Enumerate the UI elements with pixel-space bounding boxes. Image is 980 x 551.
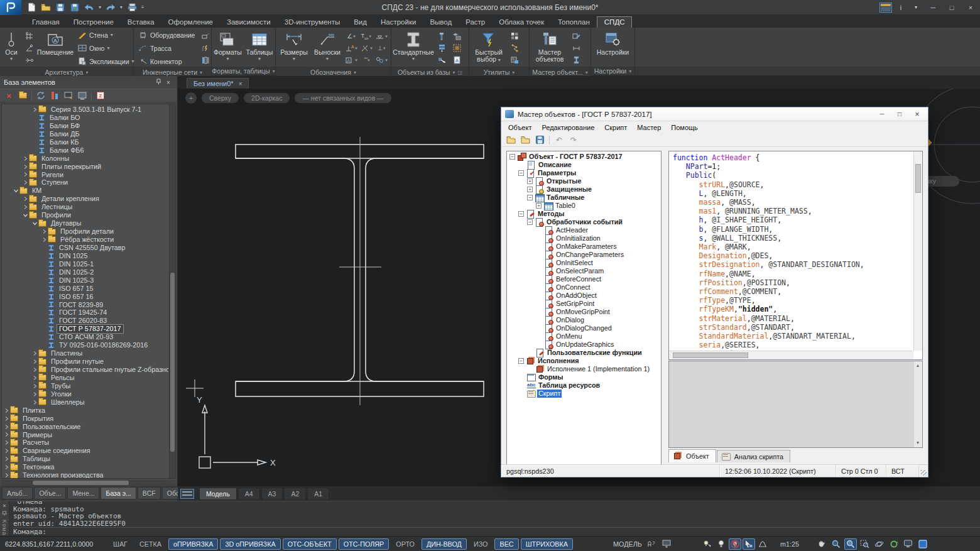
tree-item[interactable]: DIN 1025-1	[2, 260, 168, 268]
redo-icon[interactable]	[104, 2, 117, 13]
command-pin-icon[interactable]	[2, 511, 7, 518]
ribbon-tab-Вывод[interactable]: Вывод	[423, 17, 459, 28]
tree-item[interactable]: Рельсы	[2, 374, 168, 382]
viewport-add-button[interactable]: +	[185, 92, 197, 104]
object-tree-item[interactable]: Описание	[507, 161, 661, 169]
layout-tab-A2[interactable]: A2	[284, 488, 306, 500]
text-dim-icon[interactable]: A▾	[344, 42, 358, 54]
panel-tab-База э...[interactable]: База э...	[101, 487, 136, 499]
tree-item[interactable]: Уголки	[2, 390, 168, 398]
editor-horizontal-scrollbar[interactable]	[669, 351, 913, 359]
expand-icon[interactable]	[31, 400, 38, 405]
titlebar-dropdown-icon[interactable]: ▾	[908, 1, 923, 14]
group-label-annotations[interactable]: Обозначения▾	[276, 68, 391, 76]
app-logo[interactable]	[0, 0, 21, 15]
workspace-icon[interactable]	[879, 3, 892, 13]
pick-object-icon[interactable]	[435, 54, 449, 66]
monitor-icon[interactable]	[902, 538, 915, 550]
toggle-ОТС-ПОЛЯР[interactable]: ОТС-ПОЛЯР	[339, 538, 389, 550]
ribbon-tab-Оформление[interactable]: Оформление	[161, 17, 220, 28]
ribbon-tab-Зависимости[interactable]: Зависимости	[220, 17, 278, 28]
close-button[interactable]: ×	[961, 0, 980, 15]
toggle-ШТРИХОВКА[interactable]: ШТРИХОВКА	[521, 538, 573, 550]
tree-item[interactable]: Профили стальные гнутые Z-образного се	[2, 366, 168, 374]
annotation-scale-icon[interactable]	[645, 538, 658, 550]
object-tree-item[interactable]: OnAddObject	[507, 292, 661, 300]
ribbon-tab-Вид[interactable]: Вид	[347, 17, 374, 28]
room-button[interactable]: A Помещение	[37, 29, 74, 67]
script-editor[interactable]: function ActHeader { NPart=1; Public( st…	[668, 151, 923, 360]
tree-item[interactable]: Швеллеры	[2, 398, 168, 406]
pin-icon[interactable]	[153, 79, 163, 86]
script-code[interactable]: function ActHeader { NPart=1; Public( st…	[669, 151, 913, 351]
object-tree-item[interactable]: −Табличные	[507, 194, 661, 202]
tree-item[interactable]: Балки ФБ6	[2, 146, 168, 155]
object-tree-item[interactable]: OnChangeParameters	[507, 251, 661, 259]
group-label-formats[interactable]: Форматы, таблицы▾	[212, 67, 275, 75]
cut-mark-icon[interactable]: ▾	[359, 42, 373, 54]
delete-element-icon[interactable]: ×	[3, 90, 14, 101]
tree-item[interactable]: ТУ 0925-016-00186269-2016	[2, 341, 168, 349]
tree-item[interactable]: Плиты перекрытий	[2, 163, 168, 171]
dialog-tab-Объект[interactable]: Объект	[668, 449, 716, 462]
object-tree-item[interactable]: OnMakeParameters	[507, 243, 661, 251]
expand-icon[interactable]	[22, 196, 29, 202]
tree-item[interactable]: Трубы	[2, 382, 168, 390]
toggle-СЕТКА[interactable]: СЕТКА	[134, 538, 166, 550]
group-label-base-objects[interactable]: Объекты из базы▾◲	[391, 68, 469, 76]
annotation-visibility-icon[interactable]	[661, 538, 673, 550]
resize-grip[interactable]	[919, 465, 928, 477]
layout-list-icon[interactable]	[180, 489, 194, 499]
zoom-window-icon[interactable]	[859, 538, 871, 550]
zoom-search-icon[interactable]	[830, 538, 842, 550]
explication-button[interactable]: Экспликации▾	[75, 57, 137, 66]
eng-device-icon[interactable]	[199, 30, 212, 42]
panel-tab-Альб...[interactable]: Альб...	[2, 487, 33, 499]
object-tree-item[interactable]: OnConnect	[507, 283, 661, 292]
toggle-ДИН-ВВОД[interactable]: ДИН-ВВОД	[422, 538, 467, 550]
ribbon-tab-СПДС[interactable]: СПДС	[597, 16, 633, 28]
scale-indicator[interactable]: m1:25	[780, 540, 799, 548]
filter-elements-icon[interactable]	[49, 90, 60, 101]
group-label-utilities[interactable]: Утилиты▾	[469, 68, 529, 76]
undo-dropdown-icon[interactable]: ▾	[97, 4, 102, 10]
ribbon-tab-Настройки[interactable]: Настройки	[374, 17, 423, 28]
expand-icon[interactable]	[22, 212, 29, 218]
print-icon[interactable]	[126, 2, 138, 13]
tree-item[interactable]: Балки БО	[2, 114, 168, 122]
tree-item[interactable]: Сварные соединения	[2, 447, 168, 455]
tree-item[interactable]: ГОСТ 26020-83	[2, 317, 168, 325]
object-tree-item[interactable]: SetGripPoint	[507, 300, 661, 308]
linked-views-button[interactable]: — нет связанных видов —	[295, 93, 391, 103]
ribbon-tab-Топоплан[interactable]: Топоплан	[551, 17, 597, 28]
expand-icon[interactable]	[22, 204, 29, 210]
tree-item[interactable]: Колонны	[2, 155, 168, 163]
layout-tab-A1[interactable]: A1	[307, 488, 329, 500]
tree-item[interactable]: Серия 3.503.1-81 Выпуск 7-1	[2, 106, 168, 114]
object-tree-item[interactable]: OnUpdateGraphics	[507, 341, 661, 349]
object-tree-item[interactable]: OnMoveGripPoint	[507, 308, 661, 316]
ribbon-tab-Главная[interactable]: Главная	[25, 17, 67, 28]
tree-item[interactable]: СТО АСЧМ 20-93	[2, 333, 168, 341]
tree-item[interactable]: DIN 1025-3	[2, 276, 168, 285]
command-history[interactable]: 'Отмена'Команда: spsmautospsmauto - Маст…	[9, 501, 980, 536]
expand-icon[interactable]	[31, 391, 38, 397]
save-icon[interactable]	[54, 2, 67, 13]
tree-item[interactable]: Ступени	[2, 178, 168, 187]
object-tree-item[interactable]: Таблица ресурсов	[507, 381, 661, 390]
tree-item[interactable]: Тектоника	[2, 463, 168, 471]
tree-item[interactable]: Детали крепления	[2, 195, 168, 203]
object-tree-item[interactable]: BeforeConnect	[507, 275, 661, 283]
tree-item[interactable]: ГОСТ 8239-89	[2, 301, 168, 309]
panel-close-icon[interactable]: ×	[163, 79, 173, 86]
ribbon-tab-Облака точек[interactable]: Облака точек	[492, 17, 551, 28]
tree-item[interactable]: ISO 657 16	[2, 293, 168, 301]
profile-object-icon[interactable]	[569, 54, 583, 66]
tree-item[interactable]: ГОСТ 19425-74	[2, 308, 168, 317]
settings-button[interactable]: Настройки	[596, 29, 631, 65]
expand-icon[interactable]	[3, 448, 10, 454]
toggle-ОТС-ОБЪЕКТ[interactable]: ОТС-ОБЪЕКТ	[283, 538, 337, 550]
object-tree-item[interactable]: −Методы	[507, 210, 661, 218]
tree-item[interactable]: DIN 1025-2	[2, 268, 168, 276]
tree-horizontal-scrollbar[interactable]	[1, 480, 176, 486]
